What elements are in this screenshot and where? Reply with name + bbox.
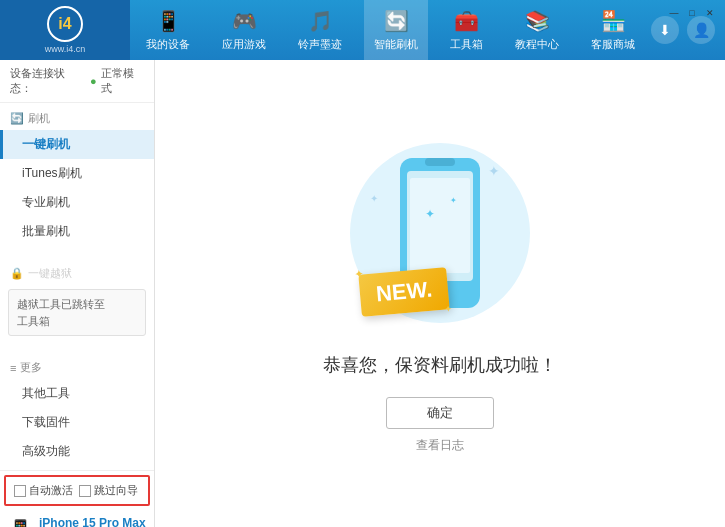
device-info: 📱 iPhone 15 Pro Max 512GB iPhone	[0, 510, 154, 527]
more-icon: ≡	[10, 362, 16, 374]
nav-icon-toolbox: 🧰	[454, 9, 479, 33]
svg-rect-4	[410, 178, 470, 273]
status-label: 设备连接状态：	[10, 66, 86, 96]
nav-icon-my-device: 📱	[156, 9, 181, 33]
nav-item-apps-games[interactable]: 🎮应用游戏	[212, 0, 276, 60]
device-text: iPhone 15 Pro Max 512GB iPhone	[39, 516, 146, 527]
status-dot: ●	[90, 75, 97, 87]
download-button[interactable]: ⬇	[651, 16, 679, 44]
nav-label-services: 客服商城	[591, 37, 635, 52]
skip-guidance-box[interactable]	[79, 485, 91, 497]
confirm-button[interactable]: 确定	[386, 397, 494, 429]
nav-label-smart-flash: 智能刷机	[374, 37, 418, 52]
nav-icon-smart-flash: 🔄	[384, 9, 409, 33]
nav-item-tutorials[interactable]: 📚教程中心	[505, 0, 569, 60]
status-value: 正常模式	[101, 66, 144, 96]
window-controls: — □ ✕	[667, 6, 717, 20]
jailbreak-section: 🔒 一键越狱 越狱工具已跳转至工具箱	[0, 258, 154, 344]
app-logo: i4	[47, 6, 83, 42]
more-label: 更多	[20, 360, 42, 375]
skip-guidance-label: 跳过向导	[94, 483, 138, 498]
sidebar-item-pro-flash[interactable]: 专业刷机	[0, 188, 154, 217]
device-name: iPhone 15 Pro Max	[39, 516, 146, 527]
svg-text:✦: ✦	[425, 207, 435, 221]
phone-illustration: ✦ ✦ NEW. ✦ ✦	[340, 133, 540, 333]
nav-item-my-device[interactable]: 📱我的设备	[136, 0, 200, 60]
more-section: ≡ 更多 其他工具 下载固件 高级功能	[0, 352, 154, 470]
sidebar-item-one-click-flash[interactable]: 一键刷机	[0, 130, 154, 159]
nav-icon-services: 🏪	[601, 9, 626, 33]
new-badge: NEW.	[360, 271, 448, 313]
nav-label-tutorials: 教程中心	[515, 37, 559, 52]
flash-section-header: 🔄 刷机	[0, 107, 154, 130]
flash-section: 🔄 刷机 一键刷机 iTunes刷机 专业刷机 批量刷机	[0, 103, 154, 250]
flash-label: 刷机	[28, 111, 50, 126]
auto-activate-box[interactable]	[14, 485, 26, 497]
main-content: ✦ ✦ NEW. ✦ ✦ 恭喜您，保资料刷机成功啦！ 确定 查看日志	[155, 60, 725, 527]
logo-url: www.i4.cn	[45, 44, 86, 54]
sidebar-bottom: 自动激活 跳过向导 📱 iPhone 15 Pro Max 512GB iPho…	[0, 470, 154, 527]
jailbreak-notice: 越狱工具已跳转至工具箱	[8, 289, 146, 336]
main-layout: 设备连接状态： ● 正常模式 🔄 刷机 一键刷机 iTunes刷机 专业刷机 批…	[0, 60, 725, 527]
device-status: 设备连接状态： ● 正常模式	[0, 60, 154, 103]
nav-icon-apps-games: 🎮	[232, 9, 257, 33]
nav-label-ringtones: 铃声墨迹	[298, 37, 342, 52]
sidebar-item-batch-flash[interactable]: 批量刷机	[0, 217, 154, 246]
new-banner-text: NEW.	[358, 267, 450, 317]
nav-item-toolbox[interactable]: 🧰工具箱	[440, 0, 493, 60]
auto-options-box: 自动激活 跳过向导	[4, 475, 150, 506]
minimize-button[interactable]: —	[667, 6, 681, 20]
maximize-button[interactable]: □	[685, 6, 699, 20]
svg-text:✦: ✦	[450, 196, 457, 205]
nav-item-services[interactable]: 🏪客服商城	[581, 0, 645, 60]
nav-icon-tutorials: 📚	[525, 9, 550, 33]
lock-icon: 🔒	[10, 267, 24, 280]
sidebar-item-other-tools[interactable]: 其他工具	[0, 379, 154, 408]
logo-area: i4 www.i4.cn	[0, 0, 130, 60]
nav-item-smart-flash[interactable]: 🔄智能刷机	[364, 0, 428, 60]
flash-icon: 🔄	[10, 112, 24, 125]
jailbreak-section-header: 🔒 一键越狱	[0, 262, 154, 285]
header: i4 www.i4.cn 📱我的设备🎮应用游戏🎵铃声墨迹🔄智能刷机🧰工具箱📚教程…	[0, 0, 725, 60]
svg-rect-2	[425, 158, 455, 166]
success-message: 恭喜您，保资料刷机成功啦！	[323, 353, 557, 377]
nav-label-my-device: 我的设备	[146, 37, 190, 52]
more-section-header: ≡ 更多	[0, 356, 154, 379]
sparkle-icon-1: ✦	[488, 163, 500, 179]
nav-bar: 📱我的设备🎮应用游戏🎵铃声墨迹🔄智能刷机🧰工具箱📚教程中心🏪客服商城	[130, 0, 651, 60]
close-button[interactable]: ✕	[703, 6, 717, 20]
skip-guidance-checkbox[interactable]: 跳过向导	[79, 483, 138, 498]
nav-label-apps-games: 应用游戏	[222, 37, 266, 52]
view-log-link[interactable]: 查看日志	[416, 437, 464, 454]
sidebar: 设备连接状态： ● 正常模式 🔄 刷机 一键刷机 iTunes刷机 专业刷机 批…	[0, 60, 155, 527]
user-button[interactable]: 👤	[687, 16, 715, 44]
sidebar-item-itunes-flash[interactable]: iTunes刷机	[0, 159, 154, 188]
header-actions: ⬇ 👤	[651, 16, 725, 44]
auto-activate-label: 自动激活	[29, 483, 73, 498]
auto-activate-checkbox[interactable]: 自动激活	[14, 483, 73, 498]
nav-label-toolbox: 工具箱	[450, 37, 483, 52]
nav-icon-ringtones: 🎵	[308, 9, 333, 33]
device-phone-icon: 📱	[8, 518, 33, 527]
sparkle-icon-2: ✦	[370, 193, 378, 204]
sidebar-item-download-firmware[interactable]: 下载固件	[0, 408, 154, 437]
sidebar-item-advanced[interactable]: 高级功能	[0, 437, 154, 466]
nav-item-ringtones[interactable]: 🎵铃声墨迹	[288, 0, 352, 60]
jailbreak-label: 一键越狱	[28, 266, 72, 281]
